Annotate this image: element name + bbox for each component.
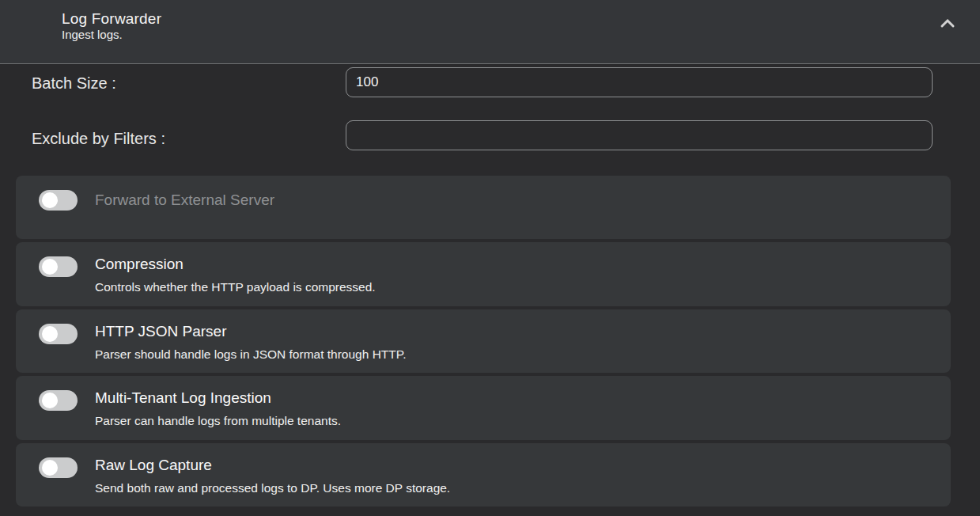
page-title: Log Forwarder [62, 9, 161, 28]
toggle-label: Compression [95, 255, 376, 274]
section-header: Log Forwarder Ingest logs. [0, 0, 980, 64]
exclude-by-filters-label: Exclude by Filters : [32, 130, 165, 148]
toggle-knob [42, 259, 58, 275]
section-header-text: Log Forwarder Ingest logs. [62, 9, 161, 42]
raw-log-capture-toggle[interactable] [39, 457, 78, 478]
toggle-settings-panel: Forward to External Server Compression C… [16, 176, 951, 507]
toggle-row-http-json-parser: HTTP JSON Parser Parser should handle lo… [16, 309, 951, 373]
toggle-label: Raw Log Capture [95, 456, 450, 475]
toggle-description: Parser should handle logs in JSON format… [95, 346, 406, 362]
toggle-knob [42, 393, 58, 408]
toggle-text: Compression Controls whether the HTTP pa… [95, 255, 376, 295]
multi-tenant-log-ingestion-toggle[interactable] [39, 390, 78, 411]
toggle-text: Forward to External Server [95, 188, 274, 212]
toggle-label: Multi-Tenant Log Ingestion [95, 389, 341, 408]
page-subtitle: Ingest logs. [62, 28, 161, 42]
toggle-row-multi-tenant-log-ingestion: Multi-Tenant Log Ingestion Parser can ha… [16, 376, 951, 439]
http-json-parser-toggle[interactable] [39, 324, 78, 344]
toggle-knob [42, 192, 58, 208]
toggle-row-compression: Compression Controls whether the HTTP pa… [16, 242, 951, 305]
batch-size-input[interactable] [346, 67, 933, 97]
toggle-description: Controls whether the HTTP payload is com… [95, 279, 376, 295]
collapse-section-button[interactable] [936, 13, 959, 36]
toggle-row-forward-to-external-server: Forward to External Server [16, 176, 951, 239]
exclude-by-filters-input[interactable] [346, 120, 933, 150]
toggle-row-raw-log-capture: Raw Log Capture Send both raw and proces… [16, 443, 951, 507]
batch-size-label: Batch Size : [32, 74, 116, 93]
toggle-knob [42, 460, 58, 476]
toggle-label: HTTP JSON Parser [95, 322, 406, 341]
toggle-description: Send both raw and processed logs to DP. … [95, 480, 450, 496]
toggle-text: Raw Log Capture Send both raw and proces… [95, 456, 450, 496]
toggle-text: Multi-Tenant Log Ingestion Parser can ha… [95, 389, 341, 429]
chevron-up-icon [938, 14, 957, 36]
toggle-text: HTTP JSON Parser Parser should handle lo… [95, 322, 406, 362]
toggle-knob [42, 326, 58, 342]
toggle-description: Parser can handle logs from multiple ten… [95, 412, 341, 429]
compression-toggle[interactable] [39, 256, 78, 277]
forward-to-external-server-toggle[interactable] [39, 190, 78, 211]
toggle-label: Forward to External Server [95, 188, 274, 212]
